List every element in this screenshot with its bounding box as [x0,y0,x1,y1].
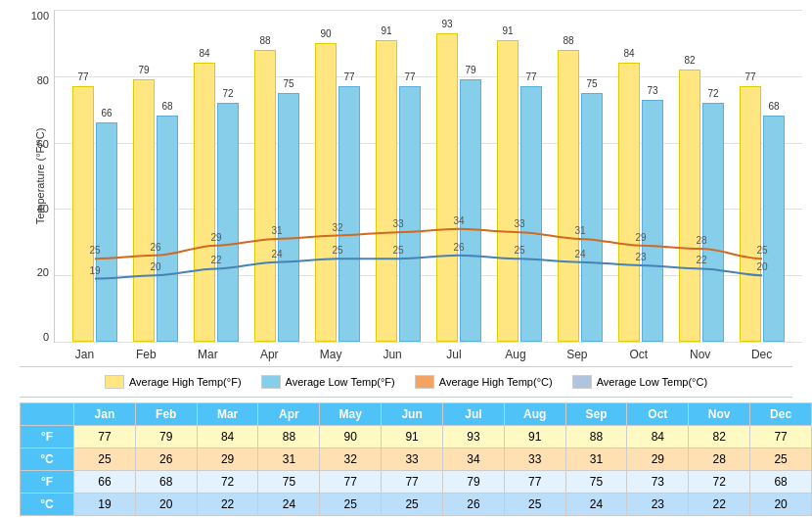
bar-value-low-f: 75 [586,78,597,89]
table-row-header: °F [21,471,74,494]
table-cell: 19 [74,494,136,516]
bar-value-high-f: 88 [259,35,270,46]
x-month-label: Jul [424,343,485,361]
table-cell: 68 [135,471,197,494]
grid-line [55,342,802,343]
month-bar-group: 7766 [65,10,125,342]
bar-low-f: 75 [278,93,299,342]
bar-high-f: 82 [679,70,700,342]
bar-low-f: 77 [399,86,421,342]
table-col-header: Jun [382,403,443,426]
table-cell: 77 [74,426,136,448]
table-cell: 32 [320,448,382,471]
bar-low-f: 66 [96,122,117,342]
month-bar-group: 8875 [247,10,307,342]
table-cell: 77 [750,426,812,448]
bar-value-low-f: 75 [283,78,293,89]
table-col-header: Sep [565,403,627,426]
table-col-header: May [320,403,382,426]
table-col-header: Dec [750,403,812,426]
table-cell: 79 [135,426,197,448]
legend-label: Average Low Temp(°C) [597,376,707,388]
month-bar-group: 8272 [671,10,732,342]
table-col-header: Oct [627,403,689,426]
legend-item: Average High Temp(°C) [415,375,553,389]
bar-value-high-f: 88 [563,35,573,46]
y-tick: 0 [43,331,49,343]
table-cell: 75 [565,471,627,494]
table-cell: 33 [504,448,565,471]
x-month-label: Jun [362,343,424,361]
bar-value-low-f: 72 [707,88,718,99]
bar-value-high-f: 79 [138,65,149,75]
legend: Average High Temp(°F)Average Low Temp(°F… [20,366,792,398]
legend-item: Average Low Temp(°F) [261,375,395,389]
bar-low-f: 79 [460,79,481,342]
bar-value-low-f: 77 [525,71,536,82]
month-bar-group: 9077 [307,10,368,342]
table-cell: 84 [627,426,689,448]
bars-container: 7766796884728875907791779379917788758473… [55,10,802,342]
legend-item: Average Low Temp(°C) [572,375,707,389]
month-bar-group: 8875 [550,10,610,342]
table-cell: 91 [504,426,565,448]
table-row: °C192022242525262524232220 [21,494,812,516]
table-row: °C252629313233343331292825 [21,448,812,471]
bar-value-high-f: 77 [77,71,88,82]
table-col-header: Aug [504,403,565,426]
bar-high-f: 90 [315,43,337,342]
table-cell: 88 [565,426,627,448]
table-cell: 90 [320,426,382,448]
table-cell: 25 [74,448,136,471]
bar-low-f: 68 [157,116,178,342]
table-cell: 82 [689,426,750,448]
bar-low-f: 72 [702,103,724,342]
x-month-label: Sep [546,343,608,361]
bar-value-low-f: 66 [101,108,112,118]
table-cell: 25 [750,448,812,471]
table-cell: 88 [258,426,320,448]
bar-value-low-f: 79 [465,65,475,75]
chart-area: Temperature (°F/°C) 100806040200 7766796… [10,10,802,343]
table-cell: 24 [258,494,320,516]
x-month-label: Mar [177,343,239,361]
bar-value-high-f: 90 [320,28,331,39]
bar-value-high-f: 82 [684,55,695,66]
table-cell: 31 [258,448,320,471]
x-month-label: Jan [54,343,115,361]
table-cell: 91 [382,426,443,448]
y-axis: Temperature (°F/°C) 100806040200 [10,10,54,343]
table-col-header: Mar [197,403,258,426]
table-cell: 23 [627,494,689,516]
bar-low-f: 73 [642,100,663,342]
bar-value-low-f: 77 [404,71,415,82]
table-cell: 24 [565,494,627,516]
x-month-label: Nov [669,343,731,361]
legend-color-box [105,375,124,389]
legend-color-box [572,375,592,389]
table-col-header: Jul [442,403,504,426]
table-cell: 34 [442,448,504,471]
table-col-header: Feb [135,403,197,426]
table-row-header: °C [21,448,74,471]
table-cell: 20 [750,494,812,516]
table-cell: 77 [382,471,443,494]
legend-label: Average High Temp(°C) [439,376,553,388]
bar-low-f: 77 [520,86,542,342]
table-cell: 29 [197,448,258,471]
table-cell: 28 [689,448,750,471]
x-month-label: Dec [731,343,792,361]
bar-value-low-f: 77 [343,71,354,82]
bar-high-f: 93 [436,33,458,342]
bar-low-f: 77 [338,86,360,342]
table-cell: 73 [627,471,689,494]
table-cell: 25 [382,494,443,516]
bar-value-low-f: 73 [647,85,657,96]
table-cell: 25 [504,494,565,516]
bar-value-high-f: 84 [623,48,634,59]
table-col-header: Apr [258,403,320,426]
bar-value-high-f: 93 [441,19,452,29]
data-table: JanFebMarAprMayJunJulAugSepOctNovDec°F77… [20,402,812,516]
chart-container: Temperature (°F/°C) 100806040200 7766796… [0,0,812,516]
month-bar-group: 8472 [186,10,247,342]
